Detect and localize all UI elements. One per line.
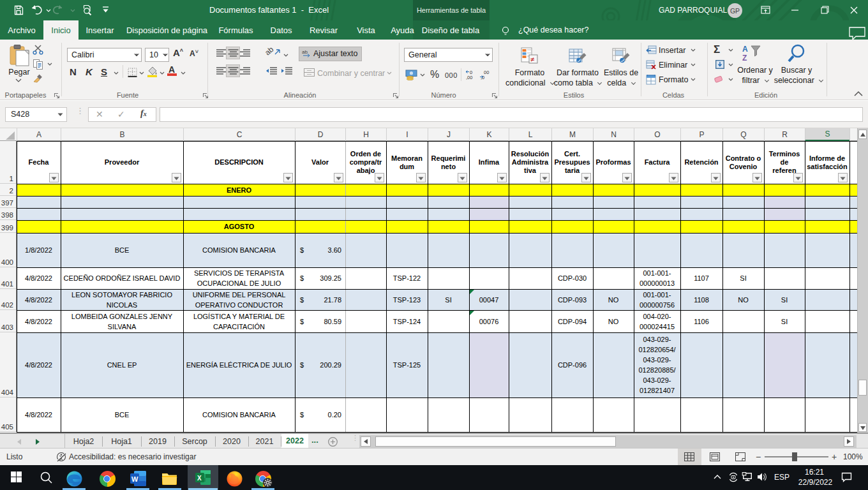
svg-text:Z: Z [742,54,747,63]
svg-text:X: X [197,475,202,482]
svg-text:W: W [131,475,138,483]
svg-text:,00: ,00 [466,75,472,80]
svg-text:A: A [742,45,748,54]
svg-text:≠: ≠ [530,56,534,63]
svg-text:ab: ab [302,49,308,55]
